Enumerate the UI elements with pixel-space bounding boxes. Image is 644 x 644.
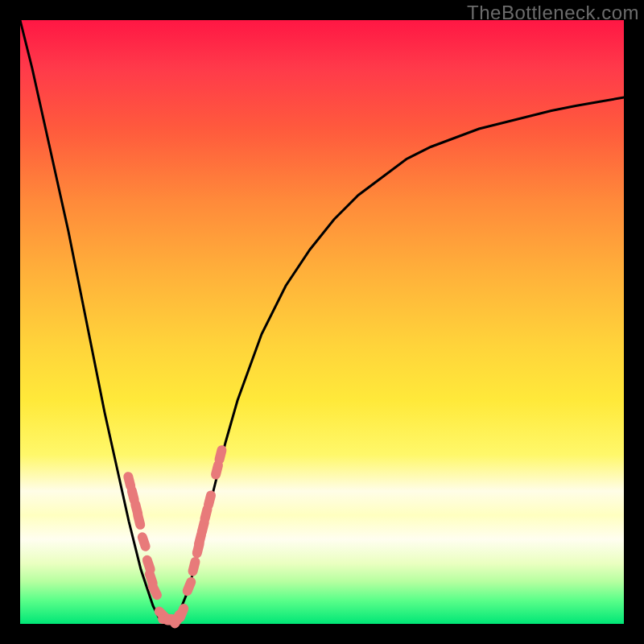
plot-gradient-area [20, 20, 624, 624]
chart-container: TheBottleneck.com [0, 0, 644, 644]
watermark-label: TheBottleneck.com [467, 2, 639, 24]
